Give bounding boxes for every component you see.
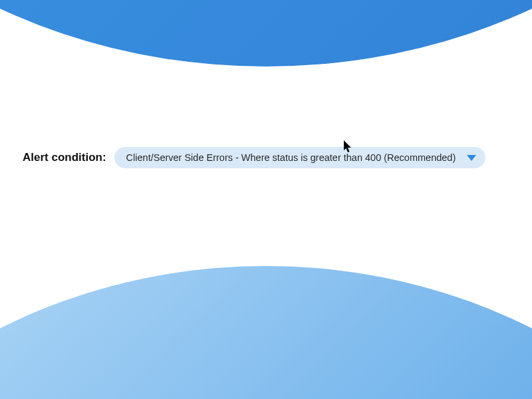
chevron-down-icon	[467, 155, 476, 161]
alert-condition-row: Alert condition: Client/Server Side Erro…	[23, 147, 485, 168]
background-arc-bottom	[0, 266, 532, 399]
alert-condition-label: Alert condition:	[23, 151, 106, 164]
background-arc-top	[0, 0, 532, 66]
alert-condition-dropdown[interactable]: Client/Server Side Errors - Where status…	[114, 147, 485, 168]
alert-condition-selected-value: Client/Server Side Errors - Where status…	[126, 152, 459, 163]
